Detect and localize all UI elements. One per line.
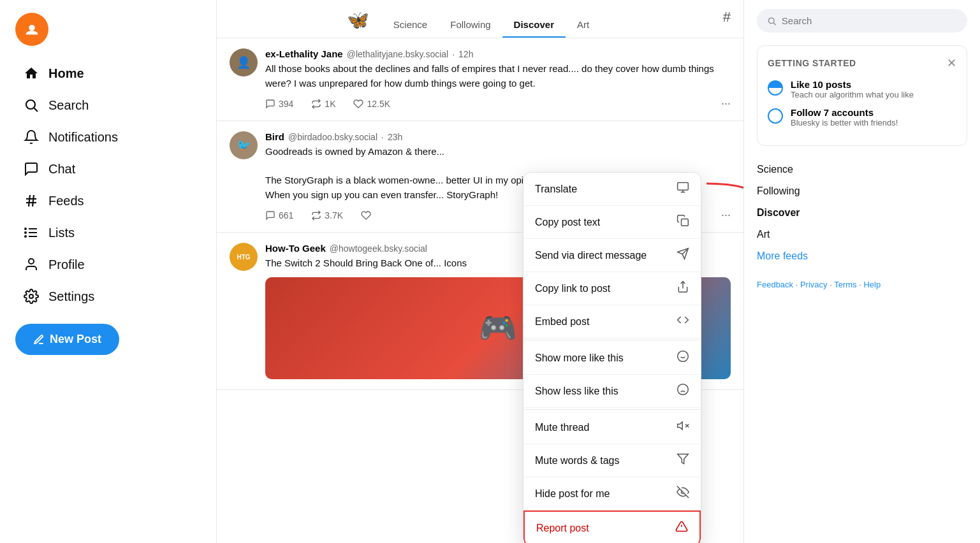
tab-art[interactable]: Art — [566, 13, 601, 38]
menu-report-post-label: Report post — [536, 523, 589, 534]
svg-point-15 — [29, 294, 33, 298]
explore-icon[interactable]: # — [723, 9, 731, 25]
send-icon — [676, 247, 689, 263]
svg-point-13 — [25, 236, 26, 237]
right-feed-following[interactable]: Following — [757, 180, 967, 202]
repost-count-2: 3.7K — [325, 210, 343, 221]
reply-button-2[interactable]: 661 — [265, 210, 293, 221]
post-author-name-1[interactable]: ex-Lethality Jane — [265, 48, 343, 59]
sidebar-item-settings[interactable]: Settings — [15, 282, 201, 311]
search-input[interactable] — [782, 15, 957, 26]
copy-icon — [676, 214, 689, 230]
sidebar-item-profile[interactable]: Profile — [15, 250, 201, 279]
right-feed-discover[interactable]: Discover — [757, 202, 967, 224]
menu-copy-text-label: Copy post text — [535, 217, 600, 228]
like-button-2[interactable] — [361, 210, 371, 221]
gs-progress-like — [768, 80, 783, 96]
like-button-1[interactable]: 12.5K — [353, 99, 390, 109]
right-feed-more[interactable]: More feeds — [757, 245, 967, 267]
feed-header: 🦋 # Science Following Discover Art — [217, 0, 743, 38]
post-text-1: All those books about the declines and f… — [265, 62, 731, 90]
post-content-1: ex-Lethality Jane @lethalityjane.bsky.so… — [265, 48, 731, 110]
repost-button-1[interactable]: 1K — [311, 99, 335, 109]
footer-sep-1: · — [796, 280, 800, 289]
getting-started-close[interactable]: ✕ — [947, 56, 956, 70]
translate-icon — [676, 181, 689, 197]
menu-show-more[interactable]: Show more like this — [523, 342, 701, 375]
sidebar-label-settings: Settings — [48, 289, 94, 304]
embed-icon — [676, 314, 689, 329]
avatar[interactable] — [15, 13, 48, 46]
post-handle-1: @lethalityjane.bsky.social — [347, 49, 448, 59]
post-avatar-1[interactable]: 👤 — [230, 48, 258, 76]
gs-like-subtitle: Teach our algorithm what you like — [791, 90, 914, 99]
menu-embed-label: Embed post — [535, 316, 589, 328]
sidebar-item-home[interactable]: Home — [15, 59, 201, 88]
post-author-name-2[interactable]: Bird — [265, 131, 284, 142]
post-handle-2: @birdadoo.bsky.social — [288, 132, 377, 142]
svg-point-37 — [768, 18, 774, 24]
right-feed-science[interactable]: Science — [757, 159, 967, 180]
svg-point-23 — [678, 351, 689, 362]
search-box[interactable] — [757, 9, 967, 33]
post-author-name-3[interactable]: How-To Geek — [265, 243, 326, 254]
menu-hide-post[interactable]: Hide post for me — [523, 477, 701, 510]
footer-terms[interactable]: Terms — [834, 280, 856, 289]
footer-privacy[interactable]: Privacy — [800, 280, 828, 289]
sidebar-item-chat[interactable]: Chat — [15, 154, 201, 184]
menu-report-post[interactable]: Report post — [523, 510, 701, 543]
search-icon — [23, 97, 40, 113]
menu-show-more-label: Show more like this — [535, 352, 624, 364]
menu-copy-link-label: Copy link to post — [535, 283, 610, 294]
menu-show-less[interactable]: Show less like this — [523, 375, 701, 408]
new-post-button[interactable]: New Post — [15, 324, 119, 355]
bell-icon — [23, 129, 40, 145]
tab-discover[interactable]: Discover — [502, 13, 566, 38]
tab-science[interactable]: Science — [382, 13, 439, 38]
svg-rect-16 — [678, 183, 689, 191]
svg-point-2 — [26, 100, 35, 109]
menu-translate[interactable]: Translate — [523, 173, 701, 206]
svg-line-3 — [34, 108, 38, 112]
sidebar-item-lists[interactable]: Lists — [15, 218, 201, 247]
menu-send-dm[interactable]: Send via direct message — [523, 239, 701, 272]
sidebar-item-feeds[interactable]: Feeds — [15, 186, 201, 215]
repost-button-2[interactable]: 3.7K — [311, 210, 343, 221]
menu-mute-thread[interactable]: Mute thread — [523, 411, 701, 444]
gear-icon — [23, 288, 40, 305]
getting-started-title: GETTING STARTED — [768, 58, 856, 68]
home-icon — [23, 65, 40, 82]
more-button-1[interactable]: ··· — [721, 97, 731, 110]
feed-tabs: Science Following Discover Art — [369, 13, 613, 38]
footer-feedback[interactable]: Feedback — [757, 280, 793, 289]
chat-icon — [23, 161, 40, 177]
getting-started-header: GETTING STARTED ✕ — [768, 56, 956, 70]
post-avatar-2[interactable]: 🐦 — [230, 131, 258, 159]
right-sidebar: GETTING STARTED ✕ Like 10 posts Teach ou… — [744, 0, 980, 543]
menu-embed[interactable]: Embed post — [523, 305, 701, 338]
right-feed-art[interactable]: Art — [757, 224, 967, 245]
smiley-icon — [676, 350, 689, 366]
repost-count-1: 1K — [325, 99, 335, 109]
butterfly-icon: 🦋 — [347, 10, 369, 31]
sidebar-label-search: Search — [48, 98, 89, 113]
lists-icon — [23, 224, 40, 241]
svg-marker-29 — [678, 422, 683, 430]
tab-following[interactable]: Following — [439, 13, 502, 38]
menu-copy-link[interactable]: Copy link to post — [523, 272, 701, 305]
sidebar-item-notifications[interactable]: Notifications — [15, 122, 201, 152]
sidebar-item-search[interactable]: Search — [15, 90, 201, 120]
svg-rect-19 — [682, 219, 689, 226]
more-button-2[interactable]: ··· — [721, 208, 731, 222]
menu-mute-words[interactable]: Mute words & tags — [523, 444, 701, 477]
menu-copy-text[interactable]: Copy post text — [523, 206, 701, 239]
new-post-label: New Post — [50, 333, 101, 346]
mute-icon — [676, 419, 689, 435]
gs-progress-follow — [768, 108, 783, 124]
menu-show-less-label: Show less like this — [535, 386, 618, 397]
reply-button-1[interactable]: 394 — [265, 99, 293, 109]
post-avatar-3[interactable]: HTG — [230, 243, 258, 271]
footer-help[interactable]: Help — [863, 280, 881, 289]
sidebar-label-profile: Profile — [48, 257, 85, 272]
svg-line-6 — [29, 195, 30, 206]
